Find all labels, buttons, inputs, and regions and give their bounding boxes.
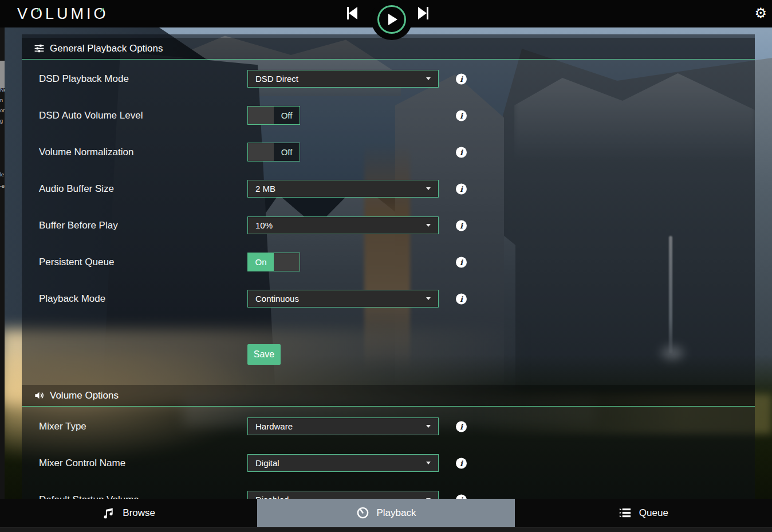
- logo-green-tick: [100, 7, 104, 12]
- section-title: Volume Options: [50, 390, 119, 401]
- info-icon[interactable]: i: [456, 421, 467, 432]
- desktop-edge-text: n: [0, 97, 3, 103]
- tab-queue[interactable]: Queue: [515, 499, 772, 527]
- persistent-queue-toggle[interactable]: On: [247, 253, 300, 271]
- select-value: Disabled: [255, 495, 426, 499]
- select-value: DSD Direct: [255, 74, 426, 84]
- info-icon[interactable]: i: [456, 494, 467, 499]
- setting-row-audio-buffer-size: Audio Buffer Size2 MBi: [22, 180, 755, 198]
- volumio-logo[interactable]: VOLUMIO: [17, 5, 109, 22]
- default-startup-volume-select[interactable]: Disabled: [247, 491, 439, 499]
- tab-label: Playback: [377, 507, 416, 519]
- toggle-knob: [274, 253, 300, 271]
- chevron-down-icon: [426, 224, 431, 227]
- chevron-down-icon: [426, 187, 431, 190]
- logo-letter: I: [86, 5, 91, 22]
- playback-mode-select[interactable]: Continuous: [247, 290, 439, 308]
- playback-settings-panel: General Playback Options DSD Playback Mo…: [22, 34, 755, 499]
- info-glyph: i: [460, 112, 463, 119]
- volume-normalization-toggle[interactable]: Off: [247, 143, 300, 161]
- desktop-edge-strip: Nenorgle-e: [0, 0, 5, 532]
- window-bottom-strip: [0, 527, 772, 532]
- setting-label: Mixer Control Name: [39, 458, 125, 469]
- toggle-state-label: On: [248, 253, 274, 271]
- music-note-icon: [102, 506, 115, 519]
- app-window: Nenorgle-e VOLUMIO ⚙ General Playback O: [0, 0, 772, 532]
- logo-letter: O: [30, 5, 42, 22]
- tab-label: Browse: [123, 507, 155, 519]
- list-icon: [619, 506, 632, 519]
- next-track-button[interactable]: [418, 7, 428, 19]
- info-icon[interactable]: i: [456, 147, 467, 157]
- info-icon[interactable]: i: [456, 110, 467, 121]
- setting-row-volume-normalization: Volume NormalizationOffi: [22, 143, 755, 161]
- logo-letter: L: [45, 5, 54, 22]
- info-icon[interactable]: i: [456, 257, 467, 267]
- info-glyph: i: [460, 258, 463, 266]
- chevron-down-icon: [426, 77, 431, 80]
- logo-letter: U: [57, 5, 68, 22]
- save-button[interactable]: Save: [247, 344, 281, 365]
- select-value: 10%: [255, 220, 426, 230]
- desktop-edge-text: or: [0, 108, 5, 113]
- logo-letter: V: [17, 5, 27, 22]
- desktop-edge-text: g: [0, 118, 3, 124]
- dsd-auto-volume-level-toggle[interactable]: Off: [247, 106, 300, 125]
- setting-label: Buffer Before Play: [39, 220, 118, 231]
- info-icon[interactable]: i: [456, 183, 467, 194]
- mixer-type-select[interactable]: Hardware: [247, 417, 439, 435]
- gear-icon[interactable]: ⚙: [754, 5, 767, 22]
- section-title: General Playback Options: [50, 43, 163, 54]
- mixer-control-name-select[interactable]: Digital: [247, 454, 439, 472]
- info-icon[interactable]: i: [456, 293, 467, 304]
- gauge-icon: [356, 506, 369, 519]
- play-button[interactable]: [377, 5, 406, 34]
- info-glyph: i: [460, 185, 463, 192]
- setting-label: Volume Normalization: [39, 147, 133, 158]
- desktop-edge-text: Ne: [0, 87, 5, 93]
- toggle-knob: [248, 107, 274, 124]
- setting-label: Default Startup Volume: [39, 494, 139, 499]
- dsd-playback-mode-select[interactable]: DSD Direct: [247, 70, 439, 88]
- tab-label: Queue: [639, 507, 668, 519]
- info-icon[interactable]: i: [456, 220, 467, 231]
- buffer-before-play-select[interactable]: 10%: [247, 216, 439, 234]
- setting-row-persistent-queue: Persistent QueueOni: [22, 253, 755, 271]
- tab-browse[interactable]: Browse: [0, 499, 257, 527]
- info-glyph: i: [460, 148, 463, 156]
- toggle-state-label: Off: [274, 107, 300, 124]
- info-glyph: i: [460, 423, 463, 430]
- tab-playback[interactable]: Playback: [257, 499, 514, 527]
- info-icon[interactable]: i: [456, 458, 467, 468]
- speaker-icon: [34, 390, 45, 401]
- top-bar: VOLUMIO ⚙: [0, 0, 772, 27]
- setting-row-default-startup-volume: Default Startup VolumeDisabledi: [22, 491, 755, 499]
- setting-label: Mixer Type: [39, 421, 86, 432]
- desktop-edge-text: -e: [0, 183, 5, 189]
- info-icon[interactable]: i: [456, 73, 467, 84]
- setting-row-dsd-playback-mode: DSD Playback ModeDSD Directi: [22, 70, 755, 88]
- desktop-edge-text: le: [0, 172, 4, 178]
- toggle-knob: [248, 143, 274, 161]
- desktop-edge-block: [0, 61, 5, 88]
- bottom-nav: Browse Playback Queue: [0, 499, 772, 527]
- info-glyph: i: [460, 222, 463, 229]
- section-header-general-playback: General Playback Options: [22, 38, 755, 60]
- select-value: 2 MB: [255, 184, 426, 194]
- info-glyph: i: [460, 459, 463, 467]
- toggle-state-label: Off: [274, 143, 300, 161]
- audio-buffer-size-select[interactable]: 2 MB: [247, 180, 439, 198]
- select-value: Digital: [255, 458, 426, 468]
- sliders-icon: [34, 43, 45, 54]
- setting-label: Persistent Queue: [39, 257, 114, 268]
- setting-label: Playback Mode: [39, 293, 105, 305]
- setting-row-dsd-auto-volume-level: DSD Auto Volume LevelOffi: [22, 107, 755, 124]
- select-value: Hardware: [255, 421, 426, 431]
- next-icon: [418, 7, 427, 19]
- previous-track-button[interactable]: [347, 7, 357, 19]
- select-value: Continuous: [255, 294, 426, 304]
- setting-row-mixer-control-name: Mixer Control NameDigitali: [22, 454, 755, 472]
- setting-label: Audio Buffer Size: [39, 183, 114, 195]
- section-header-volume-options: Volume Options: [22, 385, 755, 407]
- logo-green-tick: [36, 7, 40, 12]
